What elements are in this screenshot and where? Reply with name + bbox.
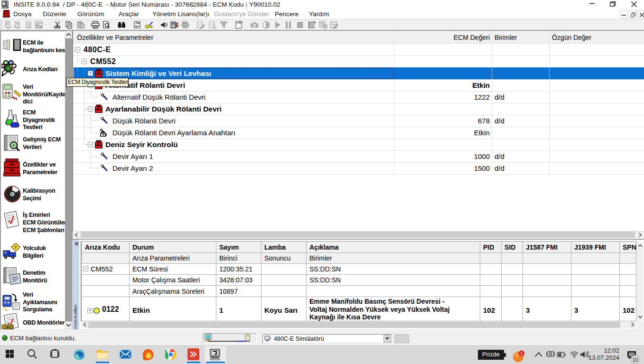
svg-text:1: 1 — [520, 351, 523, 356]
